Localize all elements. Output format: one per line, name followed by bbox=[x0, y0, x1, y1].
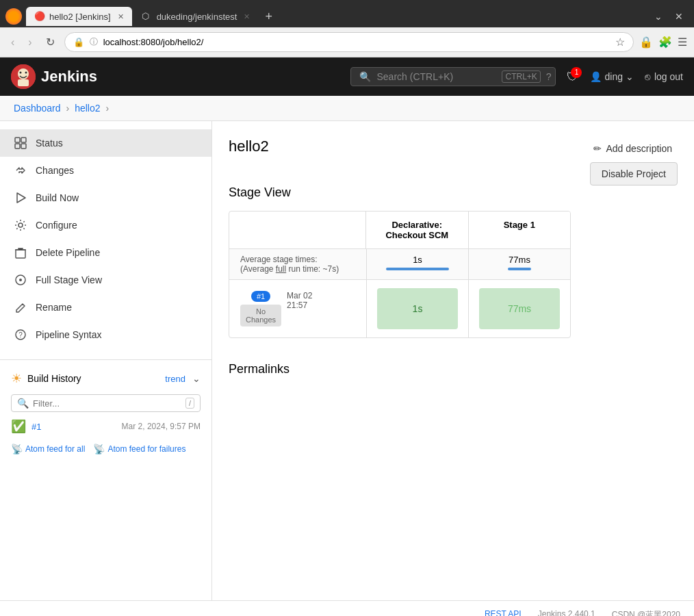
sidebar-item-pipeline-syntax-label: Pipeline Syntax bbox=[36, 329, 102, 340]
sidebar-item-build-now[interactable]: Build Now bbox=[0, 184, 211, 211]
search-shortcut: CTRL+K bbox=[502, 70, 540, 83]
sidebar-item-configure[interactable]: Configure bbox=[0, 211, 211, 239]
avg-full-label: (Average full run time: ~7s) bbox=[240, 264, 355, 274]
search-box: 🔍 CTRL+K ? bbox=[350, 67, 556, 86]
svg-rect-6 bbox=[21, 138, 26, 142]
url-input[interactable] bbox=[103, 37, 610, 47]
pipeline-syntax-icon: ? bbox=[14, 328, 27, 342]
stage-cell-1[interactable]: 1s bbox=[366, 280, 468, 337]
tab-github-close[interactable]: ✕ bbox=[244, 12, 250, 21]
stage-col-1-header: Declarative:Checkout SCM bbox=[366, 211, 469, 248]
svg-rect-11 bbox=[16, 250, 25, 258]
atom-feed-all-link[interactable]: 📡 Atom feed for all bbox=[11, 444, 85, 454]
forward-button[interactable]: › bbox=[24, 34, 36, 51]
breadcrumb: Dashboard › hello2 › bbox=[0, 96, 694, 121]
credit-text: CSDN @蓝黑2020 bbox=[612, 609, 680, 616]
user-menu[interactable]: 👤 ding ⌄ bbox=[590, 71, 633, 82]
breadcrumb-sep-1: › bbox=[66, 103, 70, 114]
browser-icon bbox=[5, 8, 22, 25]
build-date: Mar 02 bbox=[287, 291, 312, 300]
security-count: 1 bbox=[571, 67, 582, 78]
atom-feed-failures-label: Atom feed for failures bbox=[107, 444, 185, 454]
jenkins-footer: REST API Jenkins 2.440.1 CSDN @蓝黑2020 bbox=[0, 600, 694, 616]
svg-rect-4 bbox=[18, 79, 29, 86]
atom-feed-all-label: Atom feed for all bbox=[25, 444, 85, 454]
stage-cell-2[interactable]: 77ms bbox=[468, 280, 570, 337]
sidebar-item-changes-label: Changes bbox=[36, 165, 74, 176]
rest-api-link[interactable]: REST API bbox=[485, 609, 522, 616]
stage-avg-info: Average stage times: (Average full run t… bbox=[229, 249, 366, 279]
tab-jenkins-close[interactable]: ✕ bbox=[118, 12, 124, 21]
jenkins-logo[interactable]: Jenkins bbox=[11, 64, 97, 89]
bookmark-icon[interactable]: ☆ bbox=[615, 36, 625, 49]
browser-close-icon[interactable]: ✕ bbox=[669, 8, 689, 25]
build-tag[interactable]: #1 bbox=[251, 291, 270, 302]
sidebar-item-changes[interactable]: Changes bbox=[0, 157, 211, 184]
sidebar-item-delete-pipeline-label: Delete Pipeline bbox=[36, 247, 100, 258]
reload-button[interactable]: ↻ bbox=[42, 33, 59, 51]
tab-chevron-icon[interactable]: ⌄ bbox=[649, 8, 668, 25]
security-badge[interactable]: 🛡 1 bbox=[567, 70, 579, 84]
jenkins-version: Jenkins 2.440.1 bbox=[538, 609, 595, 616]
permalinks-section: Permalinks bbox=[229, 362, 678, 376]
search-help-icon[interactable]: ? bbox=[546, 71, 552, 82]
breadcrumb-dashboard[interactable]: Dashboard bbox=[14, 103, 61, 114]
header-actions: 🛡 1 👤 ding ⌄ ⎋ log out bbox=[567, 70, 683, 84]
sidebar-item-pipeline-syntax[interactable]: ? Pipeline Syntax bbox=[0, 321, 211, 348]
stage-view: Stage View Declarative:Checkout SCM Stag… bbox=[229, 185, 678, 340]
logout-button[interactable]: ⎋ log out bbox=[645, 71, 683, 82]
user-dropdown-icon: ⌄ bbox=[626, 71, 634, 82]
svg-point-13 bbox=[19, 279, 22, 281]
build-history-title: Build History bbox=[27, 373, 159, 384]
atom-feeds: 📡 Atom feed for all 📡 Atom feed for fail… bbox=[0, 438, 211, 460]
build-item-1[interactable]: ✅ #1 Mar 2, 2024, 9:57 PM bbox=[0, 415, 211, 438]
build-number-link[interactable]: #1 bbox=[31, 422, 41, 432]
stage-table: Declarative:Checkout SCM Stage 1 Average… bbox=[229, 211, 571, 338]
sidebar-item-status[interactable]: Status bbox=[0, 129, 211, 157]
sidebar-item-delete-pipeline[interactable]: Delete Pipeline bbox=[0, 239, 211, 266]
new-tab-button[interactable]: + bbox=[259, 7, 278, 27]
svg-text:?: ? bbox=[18, 331, 23, 339]
logout-icon: ⎋ bbox=[645, 71, 650, 82]
svg-point-3 bbox=[25, 72, 27, 74]
sidebar-item-rename-label: Rename bbox=[36, 302, 72, 313]
breadcrumb-current[interactable]: hello2 bbox=[75, 103, 100, 114]
add-description-button[interactable]: ✏ Add description bbox=[588, 140, 678, 157]
jenkins-tab-icon: 🔴 bbox=[34, 11, 45, 22]
jenkins-logo-svg bbox=[11, 64, 36, 89]
atom-feed-failures-link[interactable]: 📡 Atom feed for failures bbox=[93, 444, 185, 454]
sidebar-item-configure-label: Configure bbox=[36, 220, 77, 231]
content-area: hello2 ✏ Add description Disable Project… bbox=[212, 121, 694, 600]
build-now-icon bbox=[14, 191, 27, 205]
stage-1-avg-time: 1s bbox=[413, 255, 422, 265]
jenkins-title: Jenkins bbox=[41, 68, 97, 86]
build-filter-input[interactable] bbox=[33, 398, 181, 409]
disable-project-button[interactable]: Disable Project bbox=[590, 162, 678, 185]
stage-2-progress-bar bbox=[508, 268, 532, 270]
trend-link[interactable]: trend bbox=[165, 374, 185, 384]
avg-full-link[interactable]: full bbox=[276, 264, 286, 274]
delete-pipeline-icon bbox=[14, 246, 27, 259]
tab-jenkins[interactable]: 🔴 hello2 [Jenkins] ✕ bbox=[26, 7, 132, 26]
back-button[interactable]: ‹ bbox=[7, 34, 18, 51]
pocket-icon[interactable]: 🔒 bbox=[639, 36, 653, 49]
logout-label: log out bbox=[654, 71, 683, 82]
browser-toolbar: ‹ › ↻ 🔒 ⓘ ☆ 🔒 🧩 ☰ bbox=[0, 27, 694, 57]
extensions-icon[interactable]: 🧩 bbox=[658, 36, 672, 49]
sidebar-item-rename[interactable]: Rename bbox=[0, 294, 211, 321]
sidebar-item-full-stage-view[interactable]: Full Stage View bbox=[0, 266, 211, 294]
tab-bar: 🔴 hello2 [Jenkins] ✕ ⬡ dukeding/jenkinst… bbox=[0, 0, 694, 27]
tab-jenkins-label: hello2 [Jenkins] bbox=[49, 12, 111, 22]
build-time: Mar 2, 2024, 9:57 PM bbox=[47, 422, 201, 431]
full-stage-view-icon bbox=[14, 273, 27, 287]
stage-avg-row: Average stage times: (Average full run t… bbox=[229, 249, 570, 280]
stage-avg-col-2: 77ms bbox=[468, 249, 570, 279]
svg-marker-9 bbox=[17, 193, 25, 203]
main-layout: Status Changes Build Now Configure bbox=[0, 121, 694, 600]
search-input[interactable] bbox=[376, 71, 496, 82]
menu-icon[interactable]: ☰ bbox=[678, 36, 687, 49]
tab-github-label: dukeding/jenkinstest bbox=[157, 12, 237, 22]
tab-github[interactable]: ⬡ dukeding/jenkinstest ✕ bbox=[133, 7, 259, 26]
no-changes-badge: NoChanges bbox=[240, 305, 281, 326]
trend-dropdown-icon[interactable]: ⌄ bbox=[192, 373, 201, 384]
